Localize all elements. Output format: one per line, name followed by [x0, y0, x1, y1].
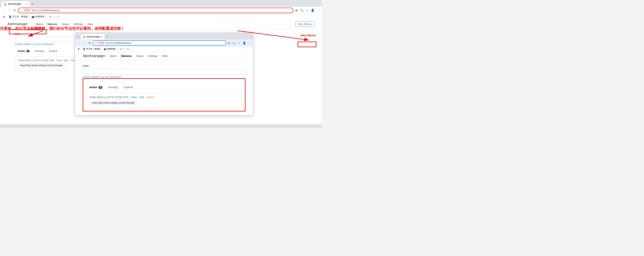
bookmark-btn-1[interactable]: ☆ — [305, 8, 309, 13]
am-tabs-2: Active 1 Pending Expired — [86, 84, 242, 90]
bilibili-icon-1: 📺 — [32, 15, 34, 18]
address-bar-1[interactable]: ⚠ 不安全 10.0.0.31:9093/#/silences — [18, 8, 293, 13]
browser2-app-content: Alertmanager Alerts Silences Status Sett… — [75, 51, 253, 115]
bookmark-bilibili-2[interactable]: 📺 哔哩哔哩（・`ω´・）つ... — [102, 47, 132, 51]
filter-hint-example-1: env="production" — [37, 43, 54, 45]
tab-favicon-2: 🔔 — [83, 35, 86, 38]
am-nav-help-2[interactable]: Help — [162, 54, 168, 57]
am-badge-1: 1 — [26, 50, 30, 52]
nav-icons-2: ⊞ 🔍 ☆ 👤 ⋮ — [227, 41, 252, 45]
silence-tag-2: blog=https://www.cnblogs.com/yinzhengjie — [90, 101, 137, 105]
silence-card-2: Ends 2024-11-14T17:12:56.273Z View Edit … — [86, 93, 242, 108]
am-brand-2: Alertmanager — [83, 54, 105, 58]
tab-bar-1: 🔔 Alertmanager ✕ + — [0, 0, 322, 7]
bookmark-blog-1[interactable]: 👤 尹正杰 · 博客园 — [8, 15, 29, 19]
bookmarks-bar-2: ⊞ 👤 尹正杰 · 博客园 📺 哔哩哔哩（・`ω´・）つ... — [75, 47, 253, 51]
am-nav-silences-2[interactable]: Silences — [121, 54, 132, 57]
filter-hint-2: Custom matcher, e.g. env="production" — [83, 76, 246, 78]
nav-bar-1: ← → ↻ ⚠ 不安全 10.0.0.31:9093/#/silences ⊞ … — [0, 7, 322, 14]
blog-icon-1: 👤 — [9, 15, 12, 18]
silence-view-1[interactable]: View — [56, 59, 62, 62]
search-btn-2[interactable]: 🔍 — [232, 41, 236, 45]
back-btn-1[interactable]: ← — [2, 8, 6, 13]
menu-btn-2[interactable]: ⋮ — [247, 41, 252, 45]
new-tab-btn-2[interactable]: + — [105, 35, 109, 39]
menu-btn-1[interactable]: ⋮ — [316, 8, 320, 13]
profile-btn-1[interactable]: 👤 — [310, 8, 315, 13]
am-nav-silences-1[interactable]: Silences — [47, 23, 57, 26]
browser-window-2: ▾ 🔔 Alertmanager ✕ + ← → ↻ ⚠ 不安全 10.0.0.… — [75, 32, 253, 115]
bookmarks-bar-1: ⊞ 👤 尹正杰 · 博客园 📺 哔哩哔哩（・`ω´・）つ... — [0, 14, 322, 19]
nav-bar-2: ← → ↻ ⚠ 不安全 10.0.0.42:9093/#/silences ⊞ … — [75, 39, 253, 47]
bilibili-icon-2: 📺 — [104, 48, 106, 50]
tab-close-2[interactable]: ✕ — [101, 35, 102, 38]
browser-window-1: 🔔 Alertmanager ✕ + ← → ↻ ⚠ 不安全 10.0.0.31… — [0, 0, 322, 128]
security-label-2: 不安全 — [98, 41, 105, 44]
silence-tag-1: blog=https://www.cnblogs.com/yinzhengjie — [18, 63, 64, 67]
translate-btn-1[interactable]: ⊞ — [294, 8, 298, 13]
am-brand-1: Alertmanager — [8, 22, 28, 26]
back-btn-2[interactable]: ← — [77, 41, 81, 45]
filter-label-2: Filter — [83, 64, 246, 67]
security-icon-2: ⚠ — [95, 42, 97, 44]
tab-title-1: Alertmanager — [8, 2, 22, 5]
bookmark-blog-2[interactable]: 👤 尹正杰 · 博客园 — [82, 47, 102, 51]
tab-bar-2: ▾ 🔔 Alertmanager ✕ + — [75, 33, 253, 39]
am-nav-alerts-2[interactable]: Alerts — [110, 54, 116, 57]
tab-2[interactable]: 🔔 Alertmanager ✕ — [81, 34, 104, 39]
silence-edit-1[interactable]: Edit — [64, 59, 68, 62]
filter-input-2[interactable] — [83, 69, 246, 75]
am-header-1: Alertmanager Alerts Silences Status Sett… — [0, 19, 322, 29]
tab-favicon-1: 🔔 — [4, 2, 7, 5]
am-tab-pending-1[interactable]: Pending — [32, 48, 46, 53]
am-nav-settings-1[interactable]: Settings — [74, 23, 83, 26]
am-nav-settings-2[interactable]: Settings — [148, 54, 158, 57]
forward-btn-1[interactable]: → — [7, 8, 12, 13]
bookmark-blog-label-2: 尹正杰 · 博客园 — [86, 47, 100, 50]
bookmark-apps-2[interactable]: ⊞ — [77, 47, 81, 50]
blog-icon-2: 👤 — [83, 48, 86, 50]
profile-btn-2[interactable]: 👤 — [242, 41, 246, 45]
bookmark-bilibili-label-2: 哔哩哔哩（・`ω´・）つ... — [107, 47, 130, 50]
am-nav-status-2[interactable]: Status — [136, 54, 144, 57]
am-nav-alerts-1[interactable]: Alerts — [36, 23, 43, 26]
am-tab-pending-2[interactable]: Pending — [106, 84, 121, 90]
collapse-btn-2[interactable]: ▾ — [77, 35, 80, 38]
am-nav-status-1[interactable]: Status — [62, 23, 69, 26]
am-tab-expired-2[interactable]: Expired — [121, 84, 136, 90]
bookmark-blog-label-1: 尹正杰 · 博客园 — [12, 15, 28, 18]
url-text-1: 10.0.0.31:9093/#/silences — [32, 9, 60, 12]
tab-1[interactable]: 🔔 Alertmanager ✕ — [2, 1, 30, 6]
forward-btn-2[interactable]: → — [82, 41, 87, 45]
am-badge-2: 1 — [98, 86, 102, 89]
bookmark-apps-1[interactable]: ⊞ — [2, 15, 6, 18]
am-tab-active-2[interactable]: Active 1 — [86, 84, 106, 90]
am-header-2: Alertmanager Alerts Silences Status Sett… — [75, 51, 253, 60]
nav-icons-1: ⊞ 🔍 ☆ 👤 ⋮ — [294, 8, 320, 13]
translate-btn-2[interactable]: ⊞ — [227, 41, 231, 45]
new-silence-btn-1[interactable]: New Silence — [295, 21, 314, 27]
silence-view-2[interactable]: View — [131, 96, 137, 99]
address-bar-2[interactable]: ⚠ 不安全 10.0.0.42:9093/#/silences — [92, 40, 226, 45]
refresh-btn-2[interactable]: ↻ — [88, 40, 92, 45]
new-tab-btn-1[interactable]: + — [30, 2, 35, 6]
filter-hint-example-2: env="production" — [105, 76, 122, 78]
new-silence-annotation: New Silence — [300, 33, 317, 37]
am-nav-help-1[interactable]: Help — [88, 23, 93, 26]
tab-close-1[interactable]: ✕ — [26, 3, 28, 5]
am-tab-active-1[interactable]: Active 1 — [15, 48, 32, 53]
silence-expire-2[interactable]: Expire — [146, 96, 154, 99]
search-btn-1[interactable]: 🔍 — [299, 8, 304, 13]
am-main-content-2: Filter Custom matcher, e.g. env="product… — [75, 60, 253, 115]
apps-icon-1: ⊞ — [3, 15, 5, 18]
browser-content-1: Alertmanager Alerts Silences Status Sett… — [0, 19, 322, 124]
bookmark-btn-2[interactable]: ☆ — [237, 41, 241, 45]
bookmark-bilibili-label-1: 哔哩哔哩（・`ω´・）つ... — [35, 15, 60, 18]
silence-edit-2[interactable]: Edit — [139, 96, 144, 99]
security-icon-1: ⚠ — [21, 9, 23, 11]
am-tab-expired-1[interactable]: Expired — [46, 48, 60, 53]
bookmark-bilibili-1[interactable]: 📺 哔哩哔哩（・`ω´・）つ... — [30, 15, 62, 19]
silence-ends-2: Ends 2024-11-14T17:12:56.273Z View Edit … — [90, 96, 238, 99]
refresh-btn-1[interactable]: ↻ — [13, 8, 17, 13]
tab-title-2: Alertmanager — [86, 35, 100, 38]
